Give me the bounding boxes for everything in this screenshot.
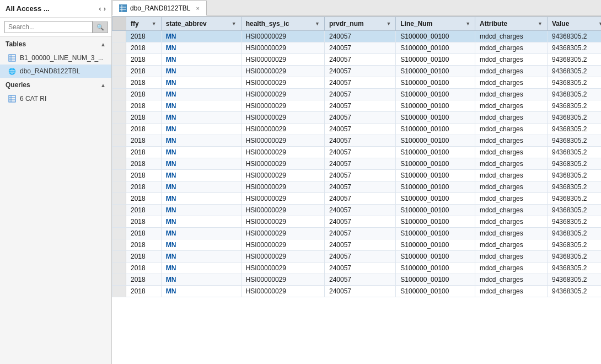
table-row[interactable]: 2018MNHSI00000029240057S100000_00100mdcd… bbox=[112, 181, 602, 193]
collapse-icon[interactable]: ‹ bbox=[99, 4, 101, 13]
table-row[interactable]: 2018MNHSI00000029240057S100000_00100mdcd… bbox=[112, 77, 602, 89]
query-table-icon bbox=[8, 94, 17, 103]
cell-line-num: S100000_00100 bbox=[396, 112, 475, 124]
table-row[interactable]: 2018MNHSI00000029240057S100000_00100mdcd… bbox=[112, 124, 602, 135]
cell-health-sys-ic: HSI00000029 bbox=[241, 205, 324, 216]
cell-prvdr-num: 240057 bbox=[324, 251, 395, 263]
row-number-cell bbox=[112, 274, 126, 286]
table-row[interactable]: 2018MNHSI00000029240057S100000_00100mdcd… bbox=[112, 251, 602, 263]
row-number-cell bbox=[112, 77, 126, 89]
cell-health-sys-ic: HSI00000029 bbox=[241, 263, 324, 274]
cell-prvdr-num: 240057 bbox=[324, 274, 395, 286]
table-row[interactable]: 2018MNHSI00000029240057S100000_00100mdcd… bbox=[112, 54, 602, 66]
cell-health-sys-ic: HSI00000029 bbox=[241, 77, 324, 89]
svg-rect-0 bbox=[9, 55, 15, 61]
cell-state-abbrev: MN bbox=[161, 228, 241, 239]
svg-rect-4 bbox=[9, 95, 15, 102]
table-row[interactable]: 2018MNHSI00000029240057S100000_00100mdcd… bbox=[112, 66, 602, 77]
main-tab[interactable]: dbo_RAND8122TBL × bbox=[112, 1, 207, 16]
cell-prvdr-num: 240057 bbox=[324, 181, 395, 193]
cell-line-num: S100000_00100 bbox=[396, 274, 475, 286]
table-row[interactable]: 2018MNHSI00000029240057S100000_00100mdcd… bbox=[112, 147, 602, 158]
search-icon: 🔍 bbox=[96, 24, 104, 30]
col-header-state-abbrev[interactable]: state_abbrev ▼ bbox=[161, 17, 241, 31]
cell-health-sys-ic: HSI00000029 bbox=[241, 170, 324, 181]
cell-attribute: mdcd_charges bbox=[475, 89, 548, 100]
table-row[interactable]: 2018MNHSI00000029240057S100000_00100mdcd… bbox=[112, 216, 602, 228]
sidebar-title-bar: All Access ... ‹ › bbox=[0, 0, 111, 18]
cell-prvdr-num: 240057 bbox=[324, 31, 395, 42]
cell-line-num: S100000_00100 bbox=[396, 135, 475, 147]
cell-line-num: S100000_00100 bbox=[396, 205, 475, 216]
cell-attribute: mdcd_charges bbox=[475, 216, 548, 228]
tables-section-header[interactable]: Tables ▲ bbox=[0, 37, 111, 51]
cell-prvdr-num: 240057 bbox=[324, 66, 395, 77]
cell-prvdr-num: 240057 bbox=[324, 286, 395, 297]
state-abbrev-sort-icon: ▼ bbox=[232, 21, 237, 26]
sidebar-item-dbo[interactable]: 🌐 dbo_RAND8122TBL bbox=[0, 65, 111, 78]
search-button[interactable]: 🔍 bbox=[93, 22, 108, 33]
cell-attribute: mdcd_charges bbox=[475, 251, 548, 263]
data-table-container[interactable]: ffy ▼ state_abbrev ▼ health_sys_ic bbox=[112, 17, 601, 364]
table-row[interactable]: 2018MNHSI00000029240057S100000_00100mdcd… bbox=[112, 31, 602, 42]
cell-ffy: 2018 bbox=[126, 31, 162, 42]
table-row[interactable]: 2018MNHSI00000029240057S100000_00100mdcd… bbox=[112, 274, 602, 286]
cell-line-num: S100000_00100 bbox=[396, 286, 475, 297]
cell-value: 94368305.2 bbox=[547, 42, 601, 54]
table-row[interactable]: 2018MNHSI00000029240057S100000_00100mdcd… bbox=[112, 158, 602, 170]
cell-state-abbrev: MN bbox=[161, 42, 241, 54]
table-row[interactable]: 2018MNHSI00000029240057S100000_00100mdcd… bbox=[112, 239, 602, 251]
svg-rect-8 bbox=[120, 5, 126, 12]
col-header-attribute[interactable]: Attribute ▼ bbox=[475, 17, 548, 31]
table-row[interactable]: 2018MNHSI00000029240057S100000_00100mdcd… bbox=[112, 135, 602, 147]
tables-collapse-icon: ▲ bbox=[100, 41, 106, 47]
table-row[interactable]: 2018MNHSI00000029240057S100000_00100mdcd… bbox=[112, 42, 602, 54]
sidebar-item-cat-ri[interactable]: 6 CAT RI bbox=[0, 92, 111, 105]
table-row[interactable]: 2018MNHSI00000029240057S100000_00100mdcd… bbox=[112, 228, 602, 239]
queries-collapse-icon: ▲ bbox=[100, 82, 106, 88]
cell-state-abbrev: MN bbox=[161, 216, 241, 228]
cell-ffy: 2018 bbox=[126, 89, 162, 100]
row-number-cell bbox=[112, 263, 126, 274]
cell-attribute: mdcd_charges bbox=[475, 31, 548, 42]
search-input[interactable] bbox=[4, 21, 93, 33]
col-header-prvdr-num[interactable]: prvdr_num ▼ bbox=[324, 17, 395, 31]
cell-attribute: mdcd_charges bbox=[475, 54, 548, 66]
table-row[interactable]: 2018MNHSI00000029240057S100000_00100mdcd… bbox=[112, 170, 602, 181]
row-number-cell bbox=[112, 124, 126, 135]
queries-section-header[interactable]: Queries ▲ bbox=[0, 78, 111, 92]
cell-ffy: 2018 bbox=[126, 181, 162, 193]
cell-value: 94368305.2 bbox=[547, 54, 601, 66]
cell-attribute: mdcd_charges bbox=[475, 263, 548, 274]
row-number-cell bbox=[112, 112, 126, 124]
table-row[interactable]: 2018MNHSI00000029240057S100000_00100mdcd… bbox=[112, 112, 602, 124]
cell-health-sys-ic: HSI00000029 bbox=[241, 228, 324, 239]
col-header-ffy[interactable]: ffy ▼ bbox=[126, 17, 162, 31]
expand-icon[interactable]: › bbox=[104, 4, 106, 13]
sidebar-item-b1[interactable]: B1_00000_LINE_NUM_3_... bbox=[0, 51, 111, 65]
cell-ffy: 2018 bbox=[126, 112, 162, 124]
cell-attribute: mdcd_charges bbox=[475, 181, 548, 193]
table-row[interactable]: 2018MNHSI00000029240057S100000_00100mdcd… bbox=[112, 263, 602, 274]
cell-attribute: mdcd_charges bbox=[475, 158, 548, 170]
table-row[interactable]: 2018MNHSI00000029240057S100000_00100mdcd… bbox=[112, 286, 602, 297]
attribute-sort-icon: ▼ bbox=[538, 21, 543, 26]
table-row[interactable]: 2018MNHSI00000029240057S100000_00100mdcd… bbox=[112, 205, 602, 216]
row-number-header bbox=[112, 17, 126, 31]
cell-health-sys-ic: HSI00000029 bbox=[241, 181, 324, 193]
table-row[interactable]: 2018MNHSI00000029240057S100000_00100mdcd… bbox=[112, 100, 602, 112]
row-number-cell bbox=[112, 31, 126, 42]
col-header-value[interactable]: Value ▼ bbox=[547, 17, 601, 31]
col-header-line-num[interactable]: Line_Num ▼ bbox=[396, 17, 475, 31]
cell-attribute: mdcd_charges bbox=[475, 112, 548, 124]
table-row[interactable]: 2018MNHSI00000029240057S100000_00100mdcd… bbox=[112, 193, 602, 205]
table-row[interactable]: 2018MNHSI00000029240057S100000_00100mdcd… bbox=[112, 89, 602, 100]
cell-prvdr-num: 240057 bbox=[324, 263, 395, 274]
row-number-cell bbox=[112, 239, 126, 251]
row-number-cell bbox=[112, 205, 126, 216]
cell-state-abbrev: MN bbox=[161, 286, 241, 297]
cell-ffy: 2018 bbox=[126, 147, 162, 158]
cell-value: 94368305.2 bbox=[547, 31, 601, 42]
tab-close-button[interactable]: × bbox=[196, 5, 199, 12]
col-header-health-sys-ic[interactable]: health_sys_ic ▼ bbox=[241, 17, 324, 31]
